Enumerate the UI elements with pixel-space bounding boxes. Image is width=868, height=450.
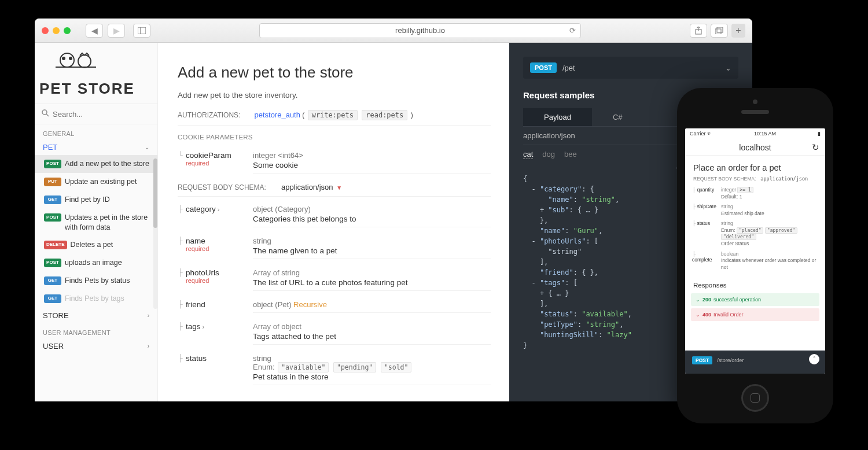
variant-cat[interactable]: cat (523, 150, 533, 159)
nav-item-update-form[interactable]: POST Updates a pet in the store with for… (35, 209, 157, 237)
nav-item-label: Add a new pet to the store (65, 159, 149, 169)
url-bar[interactable]: rebilly.github.io ⟳ (259, 23, 581, 38)
nav-item-label: uploads an image (65, 258, 122, 268)
param-row-cookie: └ cookieParam required integer <int64> S… (178, 146, 491, 178)
response-200[interactable]: ⌄ 200 successful operation (691, 293, 819, 306)
forward-button[interactable]: ▶ (108, 24, 125, 38)
nav-item-find-by-status[interactable]: GET Finds Pets by status (35, 272, 157, 290)
svg-rect-4 (715, 29, 721, 34)
page-description: Add new pet to the store inventory. (178, 91, 491, 99)
section-store[interactable]: STORE › (35, 308, 157, 323)
param-name: photoUrls (186, 268, 219, 277)
mobile-nav-bar: localhost ↻ (685, 139, 825, 156)
tab-csharp[interactable]: C# (592, 108, 643, 126)
page-title: Add a new pet to the store (178, 64, 491, 82)
auth-label: AUTHORIZATIONS: (178, 111, 240, 119)
mobile-endpoint-bar[interactable]: POST /store/order ˆ (685, 351, 825, 374)
mobile-param-row: ├ statusstringEnum: "placed" "approved" … (692, 219, 818, 249)
param-row: ├photoUrlsrequiredArray of stringThe lis… (178, 264, 491, 296)
toolbar-right: + (690, 24, 745, 38)
new-tab-button[interactable]: + (731, 24, 745, 38)
req-schema-label: REQUEST BODY SCHEMA: (178, 183, 266, 191)
sidebar-scrollbar[interactable] (153, 158, 157, 309)
zoom-window-button[interactable] (64, 27, 71, 34)
nav-item-update-pet[interactable]: PUT Update an existing pet (35, 173, 157, 191)
back-button[interactable]: ◀ (86, 24, 103, 38)
phone-camera-icon (753, 99, 757, 104)
search-input[interactable] (53, 110, 150, 119)
phone-speaker-icon (741, 110, 769, 114)
auth-name[interactable]: petstore_auth (254, 110, 300, 119)
content-area: PET STORE GENERAL PET ⌄ POST Add a new p… (35, 43, 752, 401)
param-detail: booleanIndicates whenever order was comp… (721, 251, 818, 271)
sidebar: PET STORE GENERAL PET ⌄ POST Add a new p… (35, 43, 158, 401)
param-detail: stringEnum: "placed" "approved" "deliver… (721, 220, 818, 248)
nav-item-label: Finds Pets by status (65, 276, 130, 286)
variant-bee[interactable]: bee (564, 150, 577, 159)
nav-item-delete-pet[interactable]: DELETE Deletes a pet (35, 236, 157, 254)
logo-text: PET STORE (39, 80, 153, 98)
tree-connector-icon: ├ (178, 300, 182, 308)
minimize-window-button[interactable] (53, 27, 60, 34)
content-type-select[interactable]: application/json (281, 183, 333, 191)
param-name: name (186, 237, 209, 245)
response-400[interactable]: ⌄ 400 Invalid Order (691, 308, 819, 321)
chevron-down-icon: ⌄ (145, 144, 149, 150)
param-type: object (Category) (253, 205, 491, 213)
mobile-host: localhost (739, 143, 771, 152)
required-badge: required (186, 160, 231, 167)
carrier-text: Carrier (690, 131, 706, 137)
tabs-button[interactable] (711, 24, 728, 38)
param-type: string (253, 237, 491, 245)
nav-item-label: Finds Pets by tags (65, 294, 124, 304)
method-badge: POST (44, 160, 61, 168)
variant-dog[interactable]: dog (542, 150, 555, 159)
home-button[interactable] (741, 384, 769, 412)
section-pet[interactable]: PET ⌄ (35, 139, 157, 155)
battery-icon: ▮ (818, 131, 821, 137)
share-button[interactable] (690, 24, 707, 38)
nav-item-find-by-tags[interactable]: GET Finds Pets by tags (35, 290, 157, 308)
tree-connector-icon: ├ (178, 322, 182, 330)
nav-item-add-pet[interactable]: POST Add a new pet to the store (35, 155, 157, 173)
param-name: ├ quantity (692, 187, 716, 200)
mobile-param-row: ├ shipDatestring Estimated ship date (692, 202, 818, 219)
endpoint-box[interactable]: POST /pet ⌄ (523, 57, 738, 79)
param-type: integer <int64> (253, 151, 491, 160)
svg-point-6 (60, 53, 74, 67)
reload-icon[interactable]: ↻ (812, 142, 819, 153)
param-name[interactable]: tags› (186, 322, 204, 331)
mobile-status-bar: Carrier ᯤ 10:15 AM ▮ (685, 128, 825, 139)
mobile-param-row: ├ quantityinteger >= 1Default: 1 (692, 185, 818, 202)
search-row[interactable] (35, 104, 157, 124)
chevron-right-icon: › (218, 206, 220, 213)
scroll-top-button[interactable]: ˆ (809, 354, 819, 364)
svg-point-10 (69, 57, 72, 60)
browser-titlebar: ◀ ▶ rebilly.github.io ⟳ + (35, 19, 752, 43)
wifi-icon: ᯤ (707, 131, 712, 137)
required-badge: required (186, 245, 209, 252)
nav-item-find-by-id[interactable]: GET Find pet by ID (35, 191, 157, 209)
method-badge: GET (44, 276, 61, 285)
reload-icon[interactable]: ⟳ (569, 26, 576, 35)
section-user[interactable]: USER › (35, 338, 157, 354)
param-row: ├category›object (Category)Categories th… (178, 200, 491, 232)
chevron-down-icon: ⌄ (696, 312, 700, 318)
param-desc: Tags attached to the pet (253, 332, 491, 341)
authorizations-row: AUTHORIZATIONS: petstore_auth ( write:pe… (178, 110, 491, 126)
close-window-button[interactable] (42, 27, 49, 34)
svg-rect-5 (717, 27, 723, 32)
svg-point-9 (62, 57, 65, 60)
show-sidebar-button[interactable] (133, 24, 150, 38)
responses-label: Responses (685, 276, 825, 291)
param-name[interactable]: category› (186, 205, 219, 213)
tree-connector-icon: ├ (178, 237, 182, 245)
url-text: rebilly.github.io (395, 26, 445, 35)
nav-item-upload-image[interactable]: POST uploads an image (35, 254, 157, 272)
tab-payload[interactable]: Payload (523, 108, 592, 126)
tree-connector-icon: ├ (178, 205, 182, 213)
param-row: ├tags›Array of objectTags attached to th… (178, 318, 491, 349)
method-badge: DELETE (44, 241, 67, 249)
endpoint-method-badge: POST (530, 62, 557, 73)
traffic-lights (42, 27, 71, 34)
